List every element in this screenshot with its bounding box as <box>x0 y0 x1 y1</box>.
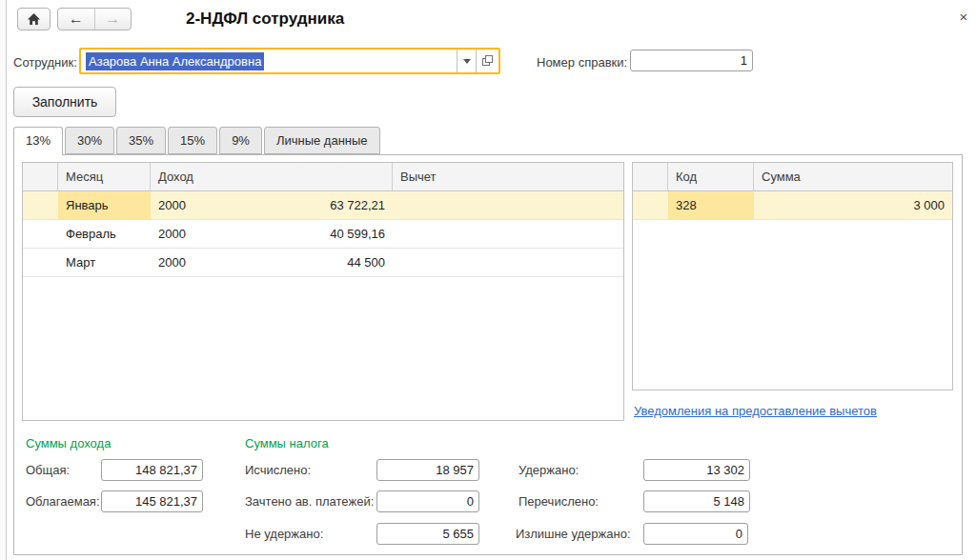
table-row[interactable]: Январь 2000 63 722,21 <box>23 191 623 220</box>
code-column-header: Код <box>668 163 754 190</box>
employee-selected-text: Азарова Анна Александровна <box>86 52 264 70</box>
table-row[interactable]: 328 3 000 <box>633 191 952 220</box>
chevron-down-icon <box>463 59 471 64</box>
advance-offset-input[interactable] <box>376 490 479 512</box>
home-icon <box>27 12 41 26</box>
income-table: Месяц Доход Вычет Январь 2000 63 722,21 … <box>22 162 624 421</box>
employee-input[interactable]: Азарова Анна Александровна <box>81 50 457 72</box>
tab-personal-data[interactable]: Личные данные <box>264 127 380 154</box>
history-nav-group: ← → <box>57 8 132 30</box>
withheld-input[interactable] <box>643 459 750 481</box>
not-withheld-label: Не удержано: <box>245 523 323 545</box>
employee-dropdown-button[interactable] <box>457 50 476 72</box>
tax-calculated-label: Исчислено: <box>245 459 311 481</box>
certificate-number-input[interactable] <box>630 50 753 71</box>
transferred-input[interactable] <box>643 490 750 512</box>
tax-sums-title: Суммы налога <box>245 436 329 450</box>
close-icon[interactable]: × <box>955 8 972 25</box>
tab-9[interactable]: 9% <box>219 127 262 154</box>
employee-field[interactable]: Азарова Анна Александровна <box>79 48 500 74</box>
month-column-header: Месяц <box>58 163 151 190</box>
row-selector-header <box>633 163 668 190</box>
taxable-income-input[interactable] <box>101 490 203 512</box>
rate-tabstrip: 13% 30% 35% 15% 9% Личные данные <box>13 127 382 155</box>
transferred-label: Перечислено: <box>518 490 599 512</box>
amount-column-header: Сумма <box>754 163 952 190</box>
tab-15[interactable]: 15% <box>168 127 217 154</box>
home-button[interactable] <box>17 8 51 30</box>
excess-withheld-label: Излишне удержано: <box>516 523 631 545</box>
deduction-notifications-link[interactable]: Уведомления на предоставление вычетов <box>634 404 877 418</box>
fill-button[interactable]: Заполнить <box>13 87 116 117</box>
tab-35[interactable]: 35% <box>116 127 166 154</box>
employee-open-button[interactable] <box>476 50 498 72</box>
window-left-edge <box>0 0 7 560</box>
back-button[interactable]: ← <box>58 9 95 30</box>
income-table-header: Месяц Доход Вычет <box>23 163 623 191</box>
certificate-number-label: Номер справки: <box>537 55 627 70</box>
row-selector-header <box>23 163 58 190</box>
income-sums-title: Суммы дохода <box>26 436 111 450</box>
advance-offset-label: Зачтено ав. платежей: <box>245 490 374 512</box>
tab-13[interactable]: 13% <box>13 127 63 155</box>
excess-withheld-input[interactable] <box>643 523 748 545</box>
table-row[interactable]: Февраль 2000 40 599,16 <box>23 220 623 249</box>
tax-calculated-input[interactable] <box>376 459 479 481</box>
forward-button[interactable]: → <box>95 9 132 30</box>
deduction-table-header: Код Сумма <box>633 163 952 191</box>
table-row[interactable]: Март 2000 44 500 <box>23 249 623 277</box>
page-title: 2-НДФЛ сотрудника <box>186 10 344 29</box>
total-income-input[interactable] <box>101 459 203 481</box>
taxable-income-label: Облагаемая: <box>26 490 100 512</box>
income-column-header: Доход <box>151 163 393 190</box>
not-withheld-input[interactable] <box>376 523 479 545</box>
deduction-column-header: Вычет <box>393 163 623 190</box>
deduction-table: Код Сумма 328 3 000 <box>632 162 953 390</box>
withheld-label: Удержано: <box>518 459 579 481</box>
tab-30[interactable]: 30% <box>65 127 114 154</box>
employee-label: Сотрудник: <box>13 55 77 70</box>
total-income-label: Общая: <box>26 459 70 481</box>
